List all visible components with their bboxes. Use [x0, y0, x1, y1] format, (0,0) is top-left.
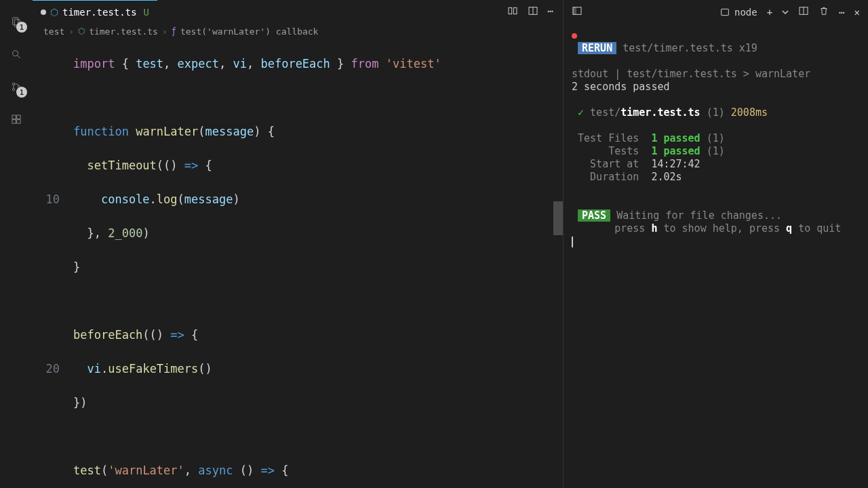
scm-icon[interactable]: 1	[0, 70, 33, 103]
terminal-cursor	[572, 237, 573, 247]
line-gutter: 10 20	[33, 39, 73, 488]
svg-point-5	[12, 88, 14, 90]
more-icon[interactable]: ⋯	[548, 5, 553, 18]
trash-icon[interactable]	[818, 5, 829, 18]
explorer-icon[interactable]: 1	[0, 5, 33, 38]
tab-filename: timer.test.ts	[62, 7, 137, 18]
terminal-tab[interactable]: node	[719, 7, 757, 18]
ts-file-icon: ⬡	[50, 7, 58, 18]
svg-rect-7	[12, 115, 16, 119]
search-icon[interactable]	[0, 38, 33, 70]
breadcrumb-symbol[interactable]: test('warnLater') callback	[180, 26, 319, 37]
svg-rect-8	[17, 115, 20, 119]
activity-bar: 1 1	[0, 0, 33, 488]
ts-file-icon: ⬡	[78, 26, 85, 36]
function-icon: ƒ	[172, 26, 176, 36]
tab-bar: ⬡ timer.test.ts U ⋯	[33, 0, 563, 24]
tab-timer-test[interactable]: ⬡ timer.test.ts U	[33, 0, 157, 24]
dirty-indicator-icon	[41, 9, 46, 15]
svg-line-3	[18, 56, 20, 58]
svg-rect-26	[573, 7, 576, 15]
error-dot-icon	[572, 33, 577, 39]
svg-rect-21	[509, 7, 512, 14]
tab-git-status: U	[144, 7, 149, 18]
split-editor-icon[interactable]	[528, 5, 538, 18]
chevron-right-icon: ›	[68, 26, 74, 37]
minimap[interactable]	[553, 39, 563, 488]
svg-rect-27	[722, 9, 729, 15]
terminal-dropdown-icon[interactable]	[782, 7, 789, 18]
more-icon[interactable]: ⋯	[839, 7, 844, 18]
explorer-badge: 1	[16, 22, 27, 33]
svg-rect-10	[17, 120, 20, 123]
terminal-output[interactable]: RERUN test/timer.test.ts x19 stdout | te…	[564, 24, 868, 488]
split-terminal-icon[interactable]	[798, 5, 809, 18]
pass-badge: PASS	[578, 209, 610, 222]
compare-icon[interactable]	[507, 5, 518, 18]
svg-point-4	[12, 83, 14, 85]
minimap-thumb[interactable]	[553, 201, 563, 235]
close-icon[interactable]: ✕	[854, 7, 860, 18]
terminal-panel: node + ⋯ ✕ RERUN test/timer.test.ts x19 …	[563, 0, 868, 488]
rerun-badge: RERUN	[578, 42, 616, 54]
extensions-icon[interactable]	[0, 103, 33, 136]
svg-rect-22	[513, 7, 517, 14]
svg-rect-9	[12, 120, 16, 123]
code-editor[interactable]: 10 20 import { test, expect, vi, beforeE…	[33, 39, 563, 488]
breadcrumb[interactable]: test › ⬡ timer.test.ts › ƒ test('warnLat…	[33, 24, 563, 39]
svg-point-2	[13, 51, 18, 56]
breadcrumb-folder[interactable]: test	[43, 26, 64, 37]
breadcrumb-file[interactable]: timer.test.ts	[89, 26, 158, 37]
scm-badge: 1	[16, 87, 27, 98]
chevron-right-icon: ›	[162, 26, 167, 37]
new-terminal-icon[interactable]: +	[767, 7, 772, 18]
panel-toggle-icon[interactable]	[572, 5, 583, 18]
